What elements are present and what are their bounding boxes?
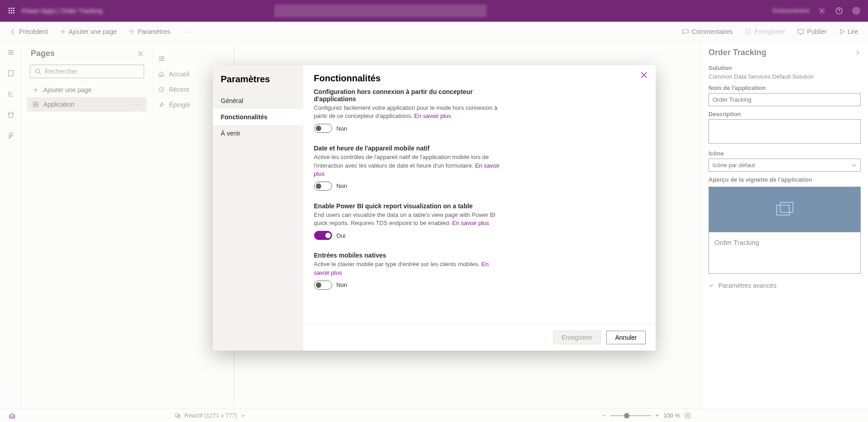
feature-desc: Active le clavier mobile par type d'entr… (314, 260, 504, 277)
feature-desc: End users can visualize the data on a ta… (314, 211, 504, 227)
modal-side-general[interactable]: Général (213, 93, 303, 109)
feature-toggle[interactable] (314, 231, 332, 240)
top-app-bar: Power Apps | Order Tracking Environnemen… (0, 0, 868, 22)
svg-rect-8 (13, 12, 14, 14)
feature-toggle[interactable] (314, 124, 332, 133)
account-icon[interactable] (852, 6, 861, 15)
svg-rect-6 (9, 12, 10, 14)
modal-overlay: Paramètres Général Fonctionnalités À ven… (0, 22, 868, 422)
feature-title: Enable Power BI quick report visualizati… (314, 202, 504, 210)
svg-rect-4 (11, 10, 12, 11)
modal-side-upcoming[interactable]: À venir (213, 125, 303, 141)
help-icon[interactable] (835, 6, 844, 15)
waffle-icon[interactable] (7, 6, 16, 15)
feature-native-mobile-inputs: Entrées mobiles natives Active le clavie… (314, 252, 504, 289)
toggle-state: Non (337, 183, 347, 189)
svg-rect-5 (13, 10, 14, 11)
feature-offline-config: Configuration hors connexion à partir du… (314, 88, 504, 133)
modal-close-button[interactable] (640, 71, 647, 79)
toggle-state: Non (337, 125, 347, 132)
toggle-state: Non (337, 281, 347, 288)
svg-point-11 (852, 7, 860, 15)
global-search[interactable] (274, 5, 487, 17)
svg-point-9 (821, 10, 823, 12)
svg-rect-3 (9, 10, 10, 11)
svg-rect-0 (9, 8, 10, 9)
modal-footer: Enregistrer Annuler (303, 324, 656, 351)
svg-rect-2 (13, 8, 14, 9)
environment-label[interactable]: Environnement (773, 8, 809, 14)
svg-rect-7 (11, 12, 12, 14)
modal-save-button[interactable]: Enregistrer (553, 331, 601, 344)
feature-native-datetime: Date et heure de l'appareil mobile natif… (314, 145, 504, 191)
modal-cancel-button[interactable]: Annuler (606, 331, 645, 344)
learn-more-link[interactable]: En savoir plus (452, 220, 489, 226)
app-title: Power Apps | Order Tracking (22, 7, 103, 14)
feature-toggle[interactable] (314, 281, 332, 290)
svg-rect-1 (11, 8, 12, 9)
modal-title: Fonctionnalités (314, 73, 645, 84)
feature-powerbi-quickreport: Enable Power BI quick report visualizati… (314, 202, 504, 240)
feature-title: Configuration hors connexion à partir du… (314, 88, 504, 103)
modal-scroll-area[interactable]: Configuration hors connexion à partir du… (314, 88, 645, 320)
feature-desc: Configurez facilement votre application … (314, 104, 504, 120)
feature-desc: Active les contrôles de l'appareil natif… (314, 153, 504, 178)
modal-sidebar-title: Paramètres (213, 74, 303, 93)
feature-toggle[interactable] (314, 182, 332, 191)
modal-side-features[interactable]: Fonctionnalités (213, 109, 303, 125)
learn-more-link[interactable]: En savoir plus (414, 113, 451, 119)
feature-title: Date et heure de l'appareil mobile natif (314, 145, 504, 152)
feature-title: Entrées mobiles natives (314, 252, 504, 259)
settings-icon[interactable] (817, 6, 826, 15)
settings-modal: Paramètres Général Fonctionnalités À ven… (213, 65, 656, 351)
toggle-state: Oui (337, 232, 346, 239)
modal-sidebar: Paramètres Général Fonctionnalités À ven… (213, 65, 303, 351)
